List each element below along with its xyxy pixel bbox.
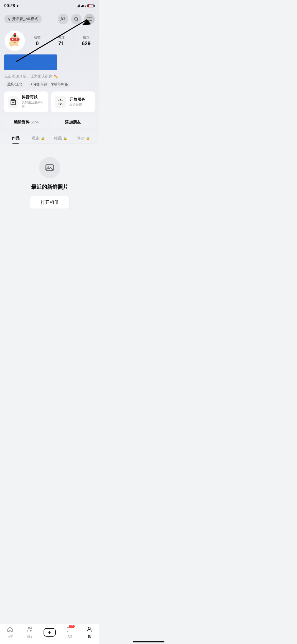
- username-box: [4, 54, 57, 70]
- battery-icon: [87, 4, 95, 7]
- profile-section: 获赞 0 关注 71 粉丝 629 点击添加介绍，让大家认识你: [0, 27, 99, 144]
- search-icon-button[interactable]: [71, 14, 82, 24]
- open-service-icon: [55, 96, 66, 108]
- bio-row[interactable]: 点击添加介绍，让大家认识你 ✏️: [4, 74, 95, 79]
- svg-point-17: [14, 33, 16, 35]
- edit-profile-label: 编辑资料: [14, 120, 30, 124]
- search-icon: [74, 16, 79, 22]
- tab-private[interactable]: 私密 🔒: [27, 133, 50, 144]
- menu-icon-button[interactable]: [84, 14, 95, 24]
- tabs-row: 作品 私密 🔒 收藏 🔒 喜欢 🔒: [4, 133, 95, 144]
- svg-point-14: [17, 39, 17, 40]
- stat-following-value: 71: [58, 40, 64, 47]
- shop-title: 抖音商城: [22, 95, 45, 100]
- svg-rect-10: [10, 38, 20, 41]
- time-text: 00:28: [4, 3, 15, 8]
- tab-private-label: 私密: [32, 136, 40, 141]
- stat-likes-value: 0: [36, 40, 39, 47]
- youth-mode-button[interactable]: ⚲ 开启青少年模式: [4, 15, 42, 23]
- username-row: [4, 54, 95, 71]
- private-lock-icon: 🔒: [41, 136, 45, 140]
- bio-text: 点击添加介绍，让大家认识你: [4, 74, 52, 79]
- signal-icon: [76, 4, 80, 7]
- tab-likes[interactable]: 喜欢 🔒: [72, 133, 95, 144]
- youth-icon: ⚲: [8, 17, 11, 21]
- stat-likes[interactable]: 获赞 0: [34, 35, 41, 47]
- edit-pct: 55%: [30, 120, 39, 124]
- open-service-card[interactable]: 开放服务 最近使用: [51, 91, 95, 112]
- svg-point-3: [64, 17, 65, 19]
- tab-works-label: 作品: [12, 136, 20, 141]
- empty-title: 最近的新鲜照片: [31, 183, 68, 191]
- svg-point-2: [62, 17, 63, 19]
- add-friend-label: 添加朋友: [65, 120, 81, 124]
- stat-followers[interactable]: 粉丝 629: [82, 35, 91, 47]
- tab-likes-label: 喜欢: [77, 136, 85, 141]
- tab-favorites-label: 收藏: [54, 136, 62, 141]
- tab-works[interactable]: 作品: [4, 133, 27, 144]
- friends-icon-button[interactable]: [58, 14, 68, 24]
- action-row: 编辑资料 55% 添加朋友: [4, 116, 95, 128]
- location-tag[interactable]: 重庆·江北: [4, 81, 25, 88]
- open-title: 开放服务: [69, 97, 85, 102]
- likes-lock-icon: 🔒: [86, 136, 90, 140]
- open-subtitle: 最近使用: [69, 103, 85, 107]
- status-bar: 00:28 ➤ 4G: [0, 0, 99, 12]
- open-album-label: 打开相册: [41, 200, 59, 205]
- youth-mode-label: 开启青少年模式: [12, 17, 38, 21]
- menu-icon: [87, 16, 92, 22]
- scroll-area: 获赞 0 关注 71 粉丝 629 点击添加介绍，让大家认识你: [0, 27, 99, 211]
- photo-icon-wrap: [39, 157, 60, 178]
- tags-row: 重庆·江北 + 添加年龄、学校等标签: [4, 81, 95, 88]
- svg-point-13: [13, 39, 14, 40]
- svg-point-15: [14, 41, 15, 42]
- stat-following[interactable]: 关注 71: [58, 35, 65, 47]
- add-friend-button[interactable]: 添加朋友: [51, 116, 95, 128]
- avatar[interactable]: [4, 30, 25, 51]
- stat-divider-2: [73, 36, 73, 45]
- top-header: ⚲ 开启青少年模式: [0, 12, 99, 27]
- profile-top: 获赞 0 关注 71 粉丝 629: [4, 30, 95, 51]
- stat-likes-label: 获赞: [34, 35, 41, 40]
- stats-row: 获赞 0 关注 71 粉丝 629: [25, 35, 95, 47]
- tab-favorites[interactable]: 收藏 🔒: [50, 133, 72, 144]
- svg-point-19: [12, 45, 18, 49]
- shop-service-card[interactable]: 抖音商城 美好生活触手可得: [4, 91, 48, 112]
- friends-icon: [60, 16, 66, 22]
- open-info: 开放服务 最近使用: [69, 97, 85, 107]
- add-tag-label: + 添加年龄、学校等标签: [31, 82, 68, 87]
- stat-followers-label: 粉丝: [83, 35, 89, 40]
- status-time: 00:28 ➤: [4, 3, 19, 8]
- stat-followers-value: 629: [82, 40, 91, 47]
- shop-icon: [8, 96, 18, 108]
- service-row: 抖音商城 美好生活触手可得 开放服务 最近使用: [4, 91, 95, 112]
- favorites-lock-icon: 🔒: [63, 136, 67, 140]
- header-icons: [58, 14, 95, 24]
- content-area: 最近的新鲜照片 打开相册: [0, 144, 99, 211]
- stat-following-label: 关注: [58, 35, 65, 40]
- shop-subtitle: 美好生活触手可得: [22, 100, 45, 109]
- open-album-button[interactable]: 打开相册: [30, 196, 69, 209]
- avatar-image: [6, 32, 24, 50]
- stat-divider-1: [49, 36, 49, 45]
- status-right: 4G: [76, 4, 95, 8]
- location-arrow-icon: ➤: [16, 4, 19, 8]
- add-tag-button[interactable]: + 添加年龄、学校等标签: [27, 81, 71, 88]
- edit-icon: ✏️: [54, 74, 58, 79]
- edit-profile-button[interactable]: 编辑资料 55%: [4, 116, 48, 128]
- photo-icon: [45, 163, 55, 173]
- network-label: 4G: [81, 4, 86, 8]
- shop-info: 抖音商城 美好生活触手可得: [22, 95, 45, 109]
